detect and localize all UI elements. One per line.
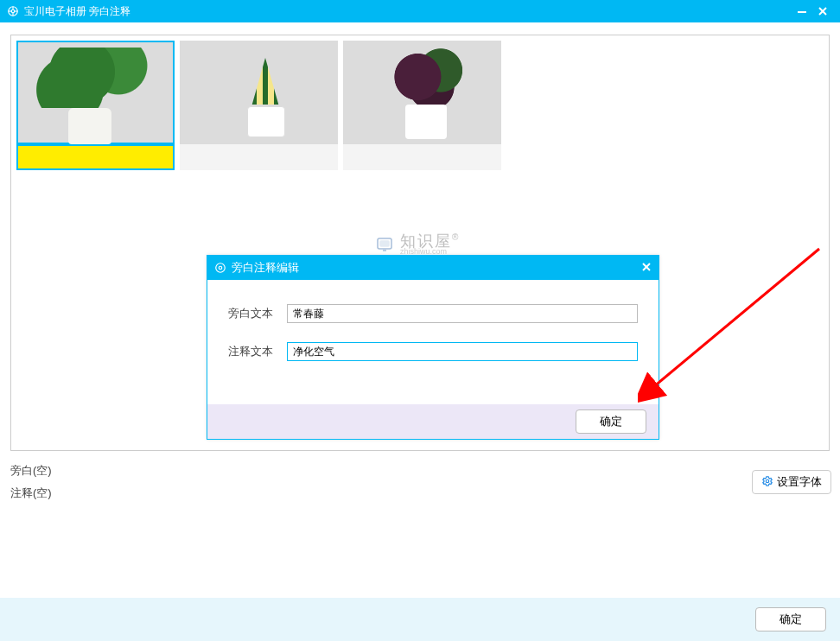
aside-text-label: 旁白文本 bbox=[228, 306, 287, 321]
thumbnail-caption-bar bbox=[16, 144, 175, 170]
thumbnail-caption-bar bbox=[343, 144, 501, 170]
footer-bar: 确定 bbox=[0, 598, 840, 641]
thumbnail-image bbox=[16, 41, 175, 144]
thumbnail-caption-bar bbox=[180, 144, 338, 170]
thumbnail-panel: 知识屋® zhishiwu.com 旁白注释编辑 旁白文本 注释文本 bbox=[10, 35, 830, 451]
dialog-ok-button[interactable]: 确定 bbox=[576, 409, 646, 434]
aside-text-input[interactable] bbox=[287, 304, 638, 323]
annotation-text-input[interactable] bbox=[287, 342, 638, 361]
titlebar: 宝川电子相册 旁白注释 bbox=[0, 0, 840, 22]
dialog-close-button[interactable] bbox=[641, 261, 652, 275]
app-title: 宝川电子相册 旁白注释 bbox=[24, 4, 130, 19]
svg-point-13 bbox=[219, 266, 222, 270]
gear-icon bbox=[761, 475, 773, 490]
annotation-status-label: 注释(空) bbox=[10, 482, 752, 505]
font-settings-button[interactable]: 设置字体 bbox=[752, 470, 831, 494]
annotation-edit-dialog: 旁白注释编辑 旁白文本 注释文本 确定 bbox=[207, 255, 659, 440]
font-settings-label: 设置字体 bbox=[777, 474, 822, 490]
close-button[interactable] bbox=[812, 0, 833, 22]
dialog-footer: 确定 bbox=[207, 404, 659, 439]
aside-text-row: 旁白文本 bbox=[228, 304, 638, 323]
dialog-titlebar: 旁白注释编辑 bbox=[207, 256, 659, 280]
dialog-body: 旁白文本 注释文本 bbox=[207, 280, 659, 404]
thumbnail-item[interactable] bbox=[343, 41, 501, 170]
svg-point-12 bbox=[216, 263, 226, 273]
watermark-en: zhishiwu.com bbox=[400, 246, 460, 257]
svg-point-16 bbox=[766, 479, 769, 483]
svg-rect-10 bbox=[380, 241, 389, 246]
thumbnail-item[interactable] bbox=[16, 41, 175, 170]
svg-rect-6 bbox=[798, 11, 806, 13]
aside-status-label: 旁白(空) bbox=[10, 460, 752, 482]
annotation-text-row: 注释文本 bbox=[228, 342, 638, 361]
thumbnail-image bbox=[343, 41, 501, 144]
thumbnail-item[interactable] bbox=[180, 41, 338, 170]
thumbnail-image bbox=[180, 41, 338, 144]
watermark-sup: ® bbox=[452, 232, 460, 242]
minimize-button[interactable] bbox=[792, 0, 812, 22]
dialog-app-icon bbox=[214, 262, 226, 274]
dialog-title: 旁白注释编辑 bbox=[232, 260, 299, 276]
footer-ok-button[interactable]: 确定 bbox=[755, 607, 826, 631]
watermark: 知识屋® zhishiwu.com bbox=[374, 232, 460, 257]
svg-point-1 bbox=[11, 10, 15, 13]
info-section: 旁白(空) 注释(空) 设置字体 bbox=[10, 460, 831, 505]
thumbnail-row bbox=[11, 35, 829, 175]
annotation-text-label: 注释文本 bbox=[228, 344, 287, 359]
app-icon bbox=[7, 5, 19, 17]
